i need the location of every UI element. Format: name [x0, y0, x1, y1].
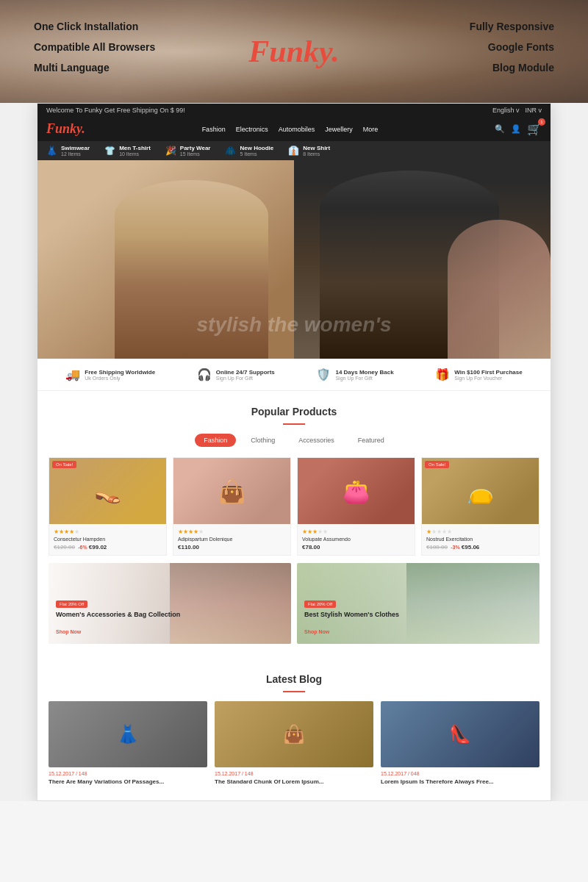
blog-title-2: The Standard Chunk Of Lorem Ipsum... — [215, 778, 373, 786]
promo-link-2[interactable]: Shop Now — [304, 629, 329, 634]
category-hoodie[interactable]: 🧥 New Hoodie 5 Items — [225, 145, 273, 157]
product-card-4[interactable]: 👝 On Sale! ★★★★★ Nostrud Exercitation €1… — [421, 457, 539, 556]
nav-more[interactable]: More — [363, 126, 379, 133]
lang-english[interactable]: English v — [492, 107, 520, 114]
blog-section-underline — [283, 691, 305, 692]
product-info-3: ★★★★★ Volupate Assumendo €78.00 — [298, 524, 415, 555]
section-underline — [283, 423, 305, 425]
feature-6: Blog Module — [470, 57, 554, 78]
blog-image-2: 👜 — [215, 701, 373, 767]
on-sale-badge-4: On Sale! — [425, 461, 449, 468]
cart-icon[interactable]: 🛒 1 — [527, 122, 542, 136]
user-icon[interactable]: 👤 — [511, 124, 521, 134]
category-tshirt[interactable]: 👕 Men T-shirt 10 Items — [104, 145, 151, 157]
tab-fashion[interactable]: Fashion — [195, 434, 236, 447]
product-name-3: Volupate Assumendo — [302, 537, 410, 542]
store-nav: Funky. Fashion Electronics Automobiles J… — [37, 117, 551, 141]
product-stars-2: ★★★★★ — [178, 528, 286, 535]
support-icon: 🎧 — [197, 368, 212, 381]
feature-3: Multi Language — [34, 57, 155, 78]
blog-section-title: Latest Blog — [49, 673, 539, 685]
feature-5: Google Fonts — [470, 37, 554, 57]
blog-card-1[interactable]: 👗 15.12.2017 / 148 There Are Many Variat… — [49, 701, 207, 786]
blog-meta-2: 15.12.2017 / 148 — [215, 771, 373, 776]
product-info-2: ★★★★★ Adipispartum Dolenique €110.00 — [173, 524, 290, 555]
category-shirt[interactable]: 👔 New Shirt 8 Items — [288, 145, 330, 157]
promo-title-2: Best Stylish Women's Clothes — [304, 611, 399, 620]
product-name-1: Consectetur Hampden — [54, 537, 162, 542]
service-voucher-subtitle: Sign Up For Voucher — [454, 376, 522, 381]
hoodie-icon: 🧥 — [225, 146, 236, 156]
feature-1: One Click Installation — [34, 16, 155, 37]
product-info-1: ★★★★★ Consectetur Hampden €120.00 -6% €9… — [49, 524, 166, 555]
store-preview: Welcome To Funky Get Free Shipping On $ … — [37, 103, 551, 801]
service-bar: 🚚 Free Shipping Worldwide Uk Orders Only… — [37, 359, 551, 391]
nav-fashion[interactable]: Fashion — [202, 126, 226, 133]
service-voucher-title: Win $100 First Purchase — [454, 369, 522, 376]
products-grid: 👡 On Sale! ★★★★★ Consectetur Hampden €12… — [49, 457, 539, 556]
nav-automobiles[interactable]: Automobiles — [279, 126, 315, 133]
product-price-2: €110.00 — [178, 544, 286, 551]
language-selector[interactable]: English v INR v — [492, 107, 542, 114]
blog-card-2[interactable]: 👜 15.12.2017 / 148 The Standard Chunk Of… — [215, 701, 373, 786]
product-name-4: Nostrud Exercitation — [426, 537, 534, 542]
product-stars-1: ★★★★★ — [54, 528, 162, 535]
category-partywear[interactable]: 🎉 Party Wear 15 Items — [165, 145, 211, 157]
feature-2: Compatible All Browsers — [34, 37, 155, 57]
tab-clothing[interactable]: Clothing — [242, 434, 284, 447]
promo-banners: Flat 20% Off Women's Accessories & Bag C… — [49, 563, 539, 644]
hero-banner: One Click Installation Compatible All Br… — [0, 0, 588, 103]
hero-logo: Funky. — [248, 34, 339, 69]
promo-banner-1[interactable]: Flat 20% Off Women's Accessories & Bag C… — [49, 563, 291, 644]
lang-inr[interactable]: INR v — [526, 107, 542, 114]
tshirt-icon: 👕 — [104, 146, 115, 156]
product-card-2[interactable]: 👜 ★★★★★ Adipispartum Dolenique €110.00 — [173, 457, 291, 556]
category-swimwear[interactable]: 👗 Swimwear 12 Items — [46, 145, 90, 157]
returns-icon: 🛡️ — [316, 368, 331, 381]
feature-4: Fully Responsive — [470, 16, 554, 37]
blog-image-1: 👗 — [49, 701, 207, 767]
service-shipping-subtitle: Uk Orders Only — [85, 376, 155, 381]
service-returns: 🛡️ 14 Days Money Back Sign Up For Gift — [316, 368, 393, 381]
category-bar: 👗 Swimwear 12 Items 👕 Men T-shirt 10 Ite… — [37, 141, 551, 160]
product-card-3[interactable]: 👛 ★★★★★ Volupate Assumendo €78.00 — [297, 457, 415, 556]
service-voucher: 🎁 Win $100 First Purchase Sign Up For Vo… — [435, 368, 522, 381]
tab-featured[interactable]: Featured — [349, 434, 393, 447]
hero-model-left — [37, 160, 294, 359]
blog-title-3: Lorem Ipsum Is Therefore Always Free... — [381, 778, 539, 786]
product-price-1: €120.00 -6% €99.02 — [54, 544, 162, 551]
blog-card-3[interactable]: 👠 15.12.2017 / 048 Lorem Ipsum Is Theref… — [381, 701, 539, 786]
service-shipping-title: Free Shipping Worldwide — [85, 369, 155, 376]
blog-meta-1: 15.12.2017 / 148 — [49, 771, 207, 776]
nav-jewellery[interactable]: Jewellery — [325, 126, 353, 133]
promo-content-2: Flat 20% Off Best Stylish Women's Clothe… — [297, 588, 406, 644]
nav-electronics[interactable]: Electronics — [236, 126, 268, 133]
service-support-subtitle: Sign Up For Gift — [216, 376, 275, 381]
product-image-3: 👛 — [298, 458, 415, 524]
product-stars-4: ★★★★★ — [426, 528, 534, 535]
voucher-icon: 🎁 — [435, 368, 450, 381]
store-header: Welcome To Funky Get Free Shipping On $ … — [37, 104, 551, 117]
search-icon[interactable]: 🔍 — [495, 124, 505, 134]
hero-left-features: One Click Installation Compatible All Br… — [34, 16, 155, 78]
service-returns-title: 14 Days Money Back — [335, 369, 393, 376]
store-logo: Funky. — [46, 121, 85, 137]
product-card-1[interactable]: 👡 On Sale! ★★★★★ Consectetur Hampden €12… — [49, 457, 167, 556]
promo-tag-2: Flat 20% Off — [304, 600, 336, 608]
cart-count: 1 — [538, 118, 545, 126]
tab-accessories[interactable]: Accessories — [290, 434, 343, 447]
promo-content-1: Flat 20% Off Women's Accessories & Bag C… — [49, 588, 187, 644]
swimwear-icon: 👗 — [46, 146, 57, 156]
blog-grid: 👗 15.12.2017 / 148 There Are Many Variat… — [49, 701, 539, 786]
promo-tag-1: Flat 20% Off — [56, 600, 87, 608]
product-stars-3: ★★★★★ — [302, 528, 410, 535]
announcement-text: Welcome To Funky Get Free Shipping On $ … — [46, 107, 185, 114]
nav-icons: 🔍 👤 🛒 1 — [495, 122, 542, 136]
promo-link-1[interactable]: Shop Now — [56, 629, 81, 634]
promo-banner-2[interactable]: Flat 20% Off Best Stylish Women's Clothe… — [297, 563, 539, 644]
partywear-icon: 🎉 — [165, 146, 176, 156]
on-sale-badge-1: On Sale! — [52, 461, 76, 468]
blog-title-1: There Are Many Variations Of Passages... — [49, 778, 207, 786]
hero-right-features: Fully Responsive Google Fonts Blog Modul… — [470, 16, 554, 78]
popular-products-title: Popular Products — [49, 406, 539, 417]
